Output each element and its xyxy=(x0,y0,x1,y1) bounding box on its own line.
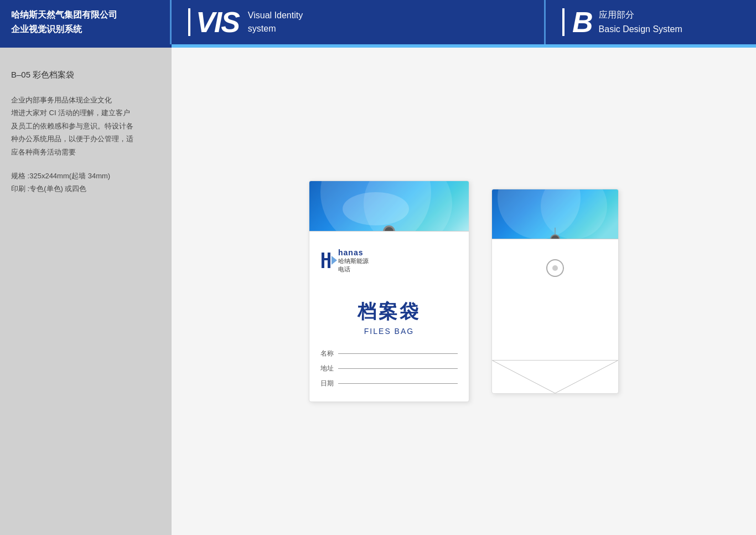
sidebar-spec: 规格 :325x244mm(起墙 34mm) 印刷 :专色(单色) 或四色 xyxy=(11,169,160,196)
header-vis: VIS Visual Identity system xyxy=(172,0,546,44)
back-bottom-svg xyxy=(492,361,618,393)
envelope-body: hanas 哈纳斯能源 电话 档案袋 FILES BAG 名称 地址 xyxy=(309,232,469,402)
svg-line-5 xyxy=(555,361,618,393)
envelope-logo: hanas 哈纳斯能源 电话 xyxy=(320,248,458,274)
sidebar-description: 企业内部事务用品体现企业文化 增进大家对 CI 活动的理解，建立客户 及员工的依… xyxy=(11,94,160,158)
envelope-logo-text: hanas 哈纳斯能源 电话 xyxy=(338,248,369,274)
flap-wave-3 xyxy=(343,192,409,225)
envelope-front: hanas 哈纳斯能源 电话 档案袋 FILES BAG 名称 地址 xyxy=(309,181,469,402)
envelope-flap xyxy=(309,181,469,232)
envelope-back-body xyxy=(492,239,618,360)
b-letter: B xyxy=(572,6,593,39)
envelope-field-date: 日期 xyxy=(320,379,458,388)
content-area: hanas 哈纳斯能源 电话 档案袋 FILES BAG 名称 地址 xyxy=(172,48,756,535)
vis-subtitle: Visual Identity system xyxy=(248,9,303,35)
sidebar: B–05 彩色档案袋 企业内部事务用品体现企业文化 增进大家对 CI 活动的理解… xyxy=(0,48,172,535)
section-title: 应用部分 Basic Design System xyxy=(599,8,682,36)
envelope-main-text: 档案袋 FILES BAG xyxy=(320,299,458,336)
svg-marker-3 xyxy=(332,256,337,265)
envelope-fields: 名称 地址 日期 xyxy=(320,349,458,394)
svg-rect-2 xyxy=(322,258,330,260)
field-address-line xyxy=(338,368,458,369)
envelope-back-bottom xyxy=(492,360,618,393)
company-name: 哈纳斯天然气集团有限公司 企业视觉识别系统 xyxy=(11,8,117,36)
header: 哈纳斯天然气集团有限公司 企业视觉识别系统 VIS Visual Identit… xyxy=(0,0,756,44)
envelope-english-title: FILES BAG xyxy=(320,327,458,336)
field-name-line xyxy=(338,353,458,354)
section-bar xyxy=(562,8,565,36)
back-circle-button xyxy=(546,259,564,277)
header-company: 哈纳斯天然气集团有限公司 企业视觉识别系统 xyxy=(0,0,172,44)
envelope-field-address: 地址 xyxy=(320,364,458,373)
envelope-field-name: 名称 xyxy=(320,349,458,358)
envelope-back-flap xyxy=(492,189,618,239)
hanas-logo-icon xyxy=(320,250,338,271)
flap-background xyxy=(309,181,469,231)
svg-line-4 xyxy=(493,361,555,393)
header-section: B 应用部分 Basic Design System xyxy=(546,0,756,44)
vis-bar xyxy=(188,8,190,36)
vis-logo: VIS xyxy=(196,6,239,39)
envelope-chinese-title: 档案袋 xyxy=(320,299,458,325)
main-layout: B–05 彩色档案袋 企业内部事务用品体现企业文化 增进大家对 CI 活动的理解… xyxy=(0,48,756,535)
envelope-back xyxy=(491,189,619,394)
sidebar-title: B–05 彩色档案袋 xyxy=(11,70,160,80)
back-circle-inner xyxy=(552,265,558,271)
field-date-line xyxy=(338,383,458,384)
